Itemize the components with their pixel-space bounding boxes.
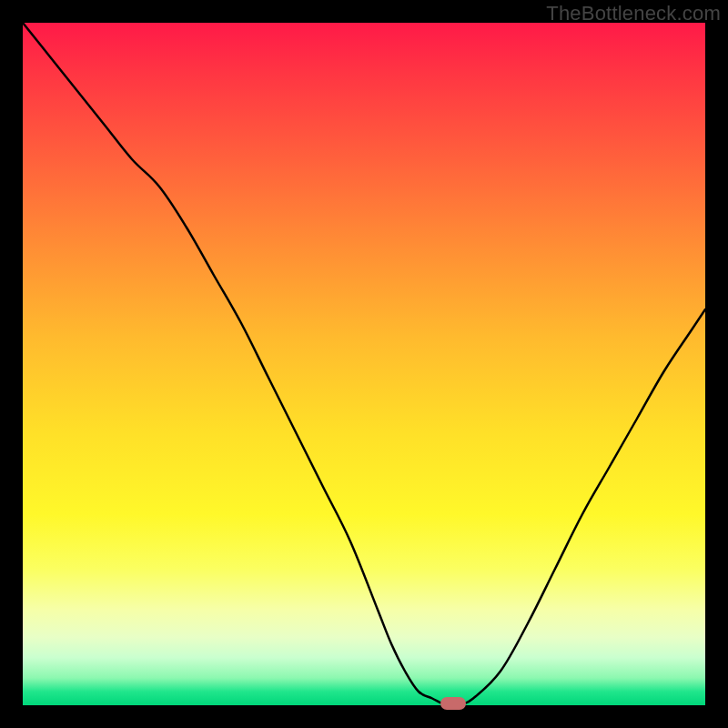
plot-area	[23, 23, 705, 705]
chart-container: TheBottleneck.com	[0, 0, 728, 728]
chart-background-gradient	[23, 23, 705, 705]
